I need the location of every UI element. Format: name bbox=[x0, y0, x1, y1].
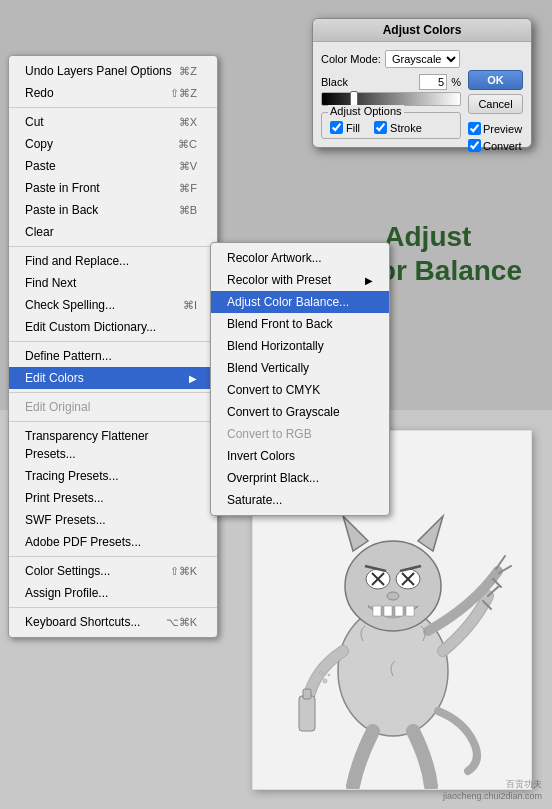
menu-item-cut[interactable]: Cut ⌘X bbox=[9, 111, 217, 133]
menu-item-paste[interactable]: Paste ⌘V bbox=[9, 155, 217, 177]
menu-item-color-settings[interactable]: Color Settings... ⇧⌘K bbox=[9, 560, 217, 582]
submenu-convert-rgb: Convert to RGB bbox=[211, 423, 389, 445]
checkbox-row: Fill Stroke bbox=[330, 121, 452, 134]
separator-5 bbox=[9, 421, 217, 422]
svg-rect-19 bbox=[303, 689, 311, 699]
svg-rect-14 bbox=[384, 606, 392, 616]
adjust-options-section: Adjust Options Fill Stroke bbox=[321, 112, 461, 139]
separator-7 bbox=[9, 607, 217, 608]
svg-point-20 bbox=[323, 679, 327, 683]
menu-item-print-presets[interactable]: Print Presets... bbox=[9, 487, 217, 509]
svg-point-22 bbox=[328, 674, 330, 676]
menu-item-find-replace[interactable]: Find and Replace... bbox=[9, 250, 217, 272]
submenu-recolor-artwork[interactable]: Recolor Artwork... bbox=[211, 247, 389, 269]
submenu-blend-horizontally[interactable]: Blend Horizontally bbox=[211, 335, 389, 357]
fill-checkbox-item[interactable]: Fill bbox=[330, 121, 360, 134]
top-section: Undo Layers Panel Options ⌘Z Redo ⇧⌘Z Cu… bbox=[0, 0, 552, 410]
preview-row[interactable]: Preview bbox=[468, 122, 523, 135]
ok-button[interactable]: OK bbox=[468, 70, 523, 90]
convert-checkbox[interactable] bbox=[468, 139, 481, 152]
edit-colors-submenu[interactable]: Recolor Artwork... Recolor with Preset ▶… bbox=[210, 242, 390, 516]
adjust-colors-dialog: Adjust Colors Color Mode: Grayscale Blac… bbox=[312, 18, 532, 148]
svg-point-21 bbox=[320, 672, 323, 675]
menu-item-clear[interactable]: Clear bbox=[9, 221, 217, 243]
menu-item-tracing[interactable]: Tracing Presets... bbox=[9, 465, 217, 487]
menu-item-swf[interactable]: SWF Presets... bbox=[9, 509, 217, 531]
submenu-overprint-black[interactable]: Overprint Black... bbox=[211, 467, 389, 489]
color-mode-row: Color Mode: Grayscale bbox=[321, 50, 461, 68]
watermark: 百贡功夫 jiaocheng.chui2dian.com bbox=[443, 778, 542, 801]
submenu-recolor-preset[interactable]: Recolor with Preset ▶ bbox=[211, 269, 389, 291]
svg-rect-15 bbox=[395, 606, 403, 616]
submenu-saturate[interactable]: Saturate... bbox=[211, 489, 389, 511]
menu-item-copy[interactable]: Copy ⌘C bbox=[9, 133, 217, 155]
svg-rect-16 bbox=[406, 606, 414, 616]
separator-4 bbox=[9, 392, 217, 393]
preview-checkbox[interactable] bbox=[468, 122, 481, 135]
black-value-input[interactable] bbox=[419, 74, 447, 90]
dialog-buttons: OK Cancel Preview Convert bbox=[468, 70, 523, 152]
submenu-invert-colors[interactable]: Invert Colors bbox=[211, 445, 389, 467]
color-mode-select[interactable]: Grayscale bbox=[385, 50, 460, 68]
stroke-checkbox-item[interactable]: Stroke bbox=[374, 121, 422, 134]
submenu-convert-grayscale[interactable]: Convert to Grayscale bbox=[211, 401, 389, 423]
svg-rect-13 bbox=[373, 606, 381, 616]
menu-item-edit-dict[interactable]: Edit Custom Dictionary... bbox=[9, 316, 217, 338]
menu-item-paste-back[interactable]: Paste in Back ⌘B bbox=[9, 199, 217, 221]
menu-item-undo[interactable]: Undo Layers Panel Options ⌘Z bbox=[9, 60, 217, 82]
convert-row[interactable]: Convert bbox=[468, 139, 523, 152]
context-menu[interactable]: Undo Layers Panel Options ⌘Z Redo ⇧⌘Z Cu… bbox=[8, 55, 218, 638]
menu-item-find-next[interactable]: Find Next bbox=[9, 272, 217, 294]
menu-item-edit-colors[interactable]: Edit Colors ▶ bbox=[9, 367, 217, 389]
adjust-options-label: Adjust Options bbox=[328, 105, 404, 117]
stroke-checkbox[interactable] bbox=[374, 121, 387, 134]
submenu-adjust-color-balance[interactable]: Adjust Color Balance... bbox=[211, 291, 389, 313]
submenu-blend-vertically[interactable]: Blend Vertically bbox=[211, 357, 389, 379]
separator-1 bbox=[9, 107, 217, 108]
menu-item-paste-front[interactable]: Paste in Front ⌘F bbox=[9, 177, 217, 199]
separator-2 bbox=[9, 246, 217, 247]
percent-label: % bbox=[451, 76, 461, 88]
svg-rect-18 bbox=[299, 696, 315, 731]
fill-checkbox[interactable] bbox=[330, 121, 343, 134]
menu-item-adobe-pdf[interactable]: Adobe PDF Presets... bbox=[9, 531, 217, 553]
black-label: Black bbox=[321, 76, 348, 88]
separator-3 bbox=[9, 341, 217, 342]
color-mode-label: Color Mode: bbox=[321, 53, 381, 65]
submenu-blend-front-back[interactable]: Blend Front to Back bbox=[211, 313, 389, 335]
cancel-button[interactable]: Cancel bbox=[468, 94, 523, 114]
separator-6 bbox=[9, 556, 217, 557]
menu-item-check-spelling[interactable]: Check Spelling... ⌘I bbox=[9, 294, 217, 316]
submenu-arrow-2: ▶ bbox=[365, 273, 373, 288]
menu-item-edit-original: Edit Original bbox=[9, 396, 217, 418]
submenu-arrow: ▶ bbox=[189, 371, 197, 386]
black-slider[interactable] bbox=[321, 92, 461, 106]
submenu-convert-cmyk[interactable]: Convert to CMYK bbox=[211, 379, 389, 401]
svg-point-17 bbox=[387, 592, 399, 600]
menu-item-assign-profile[interactable]: Assign Profile... bbox=[9, 582, 217, 604]
menu-item-keyboard-shortcuts[interactable]: Keyboard Shortcuts... ⌥⌘K bbox=[9, 611, 217, 633]
menu-item-define-pattern[interactable]: Define Pattern... bbox=[9, 345, 217, 367]
menu-item-transparency[interactable]: Transparency Flattener Presets... bbox=[9, 425, 217, 465]
dialog-title: Adjust Colors bbox=[313, 19, 531, 42]
menu-item-redo[interactable]: Redo ⇧⌘Z bbox=[9, 82, 217, 104]
